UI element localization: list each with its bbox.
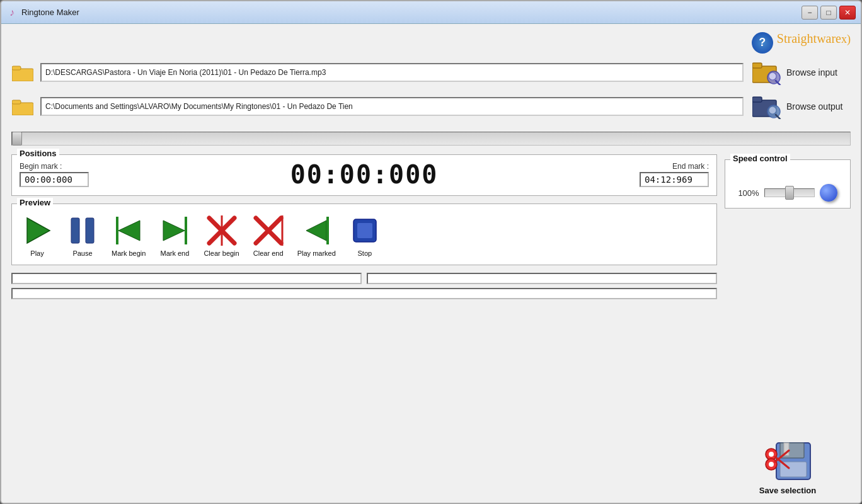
play-marked-button[interactable]: Play marked (296, 213, 337, 258)
minimize-button[interactable]: − (802, 6, 818, 20)
svg-marker-27 (306, 220, 326, 241)
output-file-field[interactable] (40, 97, 744, 116)
save-selection-button[interactable]: Save selection (759, 437, 816, 495)
svg-rect-16 (86, 218, 94, 243)
stop-label: Stop (358, 249, 372, 257)
preview-controls: Play Pause (20, 209, 709, 258)
close-button[interactable]: ✕ (839, 6, 856, 20)
svg-rect-30 (357, 223, 372, 238)
position-slider[interactable] (11, 132, 851, 146)
save-section: Save selection (725, 219, 851, 495)
speed-ball (820, 184, 837, 202)
clear-begin-label: Clear begin (204, 249, 239, 257)
left-panel: Positions Begin mark : 00:00:000 00:00:0… (11, 152, 717, 495)
output-folder-icon (11, 95, 34, 118)
input-folder-icon (11, 61, 34, 84)
save-selection-label: Save selection (759, 486, 816, 495)
title-bar: ♪ Ringtone Maker − □ ✕ (1, 1, 861, 24)
logo-text: Straightwarex) (777, 32, 851, 54)
title-bar-left: ♪ Ringtone Maker (6, 7, 79, 18)
svg-rect-10 (752, 97, 762, 102)
progress-bar-full (11, 288, 717, 299)
end-mark-label: End mark : (672, 162, 709, 171)
mark-begin-label: Mark begin (112, 249, 146, 257)
preview-group: Preview Play (11, 203, 717, 265)
progress-rows (11, 273, 717, 299)
begin-mark-value: 00:00:000 (20, 172, 89, 187)
clear-end-label: Clear end (253, 249, 284, 257)
begin-mark-label: Begin mark : (20, 162, 89, 171)
window-title: Ringtone Maker (21, 8, 79, 17)
speed-control-title: Speed control (730, 154, 790, 163)
svg-point-37 (769, 452, 774, 457)
output-file-row: Browse output (11, 93, 851, 120)
begin-mark-col: Begin mark : 00:00:000 (20, 162, 89, 187)
svg-rect-3 (752, 63, 762, 68)
browse-output-label: Browse output (786, 101, 843, 112)
svg-rect-7 (12, 103, 33, 115)
svg-marker-14 (27, 218, 50, 243)
svg-rect-15 (71, 218, 79, 243)
speed-slider[interactable] (764, 188, 815, 197)
play-label: Play (30, 249, 43, 257)
help-icon[interactable]: ? (752, 32, 773, 54)
end-mark-value: 04:12:969 (640, 172, 709, 187)
svg-rect-0 (12, 69, 33, 81)
mark-begin-button[interactable]: Mark begin (110, 213, 147, 258)
main-split: Positions Begin mark : 00:00:000 00:00:0… (11, 152, 851, 495)
speed-percentage: 100% (738, 188, 759, 198)
position-slider-row (11, 132, 851, 148)
app-window: ♪ Ringtone Maker − □ ✕ ? Straightwarex) (0, 0, 862, 504)
play-button[interactable]: Play (20, 213, 55, 258)
maximize-button[interactable]: □ (820, 6, 837, 20)
positions-inner: Begin mark : 00:00:000 00:00:000 End mar… (20, 160, 709, 189)
progress-bar-left (11, 273, 362, 284)
play-marked-label: Play marked (297, 249, 336, 257)
browse-output-button[interactable]: Browse output (750, 93, 851, 120)
positions-group: Positions Begin mark : 00:00:000 00:00:0… (11, 154, 717, 196)
svg-point-38 (769, 462, 774, 467)
svg-point-5 (769, 72, 776, 80)
end-mark-col: End mark : 04:12:969 (640, 162, 709, 187)
browse-input-button[interactable]: Browse input (750, 59, 851, 86)
svg-point-12 (769, 106, 776, 114)
stop-button[interactable]: Stop (347, 213, 382, 258)
input-file-field[interactable] (40, 63, 744, 82)
content-area: ? Straightwarex) (1, 24, 861, 503)
clear-end-button[interactable]: Clear end (251, 213, 286, 258)
pause-button[interactable]: Pause (65, 213, 100, 258)
svg-marker-20 (163, 220, 185, 241)
app-icon: ♪ (6, 7, 18, 18)
save-icon (762, 437, 813, 482)
browse-input-label: Browse input (786, 67, 837, 77)
svg-marker-18 (118, 220, 140, 241)
speed-inner: 100% (733, 184, 842, 202)
logo-container: ? Straightwarex) (752, 32, 851, 54)
clear-begin-button[interactable]: Clear begin (202, 213, 240, 258)
right-panel: Speed control 100% (725, 152, 851, 495)
positions-title: Positions (17, 149, 59, 158)
pause-label: Pause (72, 249, 92, 257)
svg-rect-1 (12, 66, 21, 70)
progress-bar-right (367, 273, 717, 284)
progress-row-dual (11, 273, 717, 284)
mark-end-button[interactable]: Mark end (157, 213, 192, 258)
preview-title: Preview (17, 198, 53, 207)
svg-rect-8 (12, 100, 21, 104)
input-file-row: Browse input (11, 59, 851, 86)
logo-area: ? Straightwarex) (11, 32, 851, 54)
speed-control-group: Speed control 100% (725, 159, 851, 209)
mark-end-label: Mark end (160, 249, 189, 257)
title-controls: − □ ✕ (802, 6, 856, 20)
current-time-display: 00:00:000 (290, 160, 439, 189)
